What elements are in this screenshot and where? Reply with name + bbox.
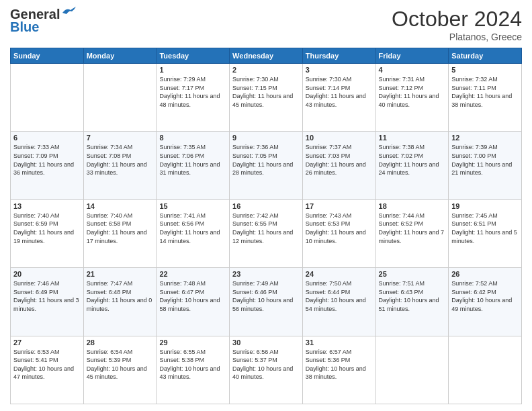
subtitle: Platanos, Greece bbox=[392, 32, 522, 42]
calendar-cell: 31Sunrise: 6:57 AM Sunset: 5:36 PM Dayli… bbox=[302, 336, 375, 404]
calendar-cell: 3Sunrise: 7:30 AM Sunset: 7:14 PM Daylig… bbox=[302, 64, 375, 132]
day-number: 31 bbox=[306, 338, 373, 347]
day-number: 23 bbox=[232, 270, 300, 278]
day-number: 16 bbox=[232, 202, 300, 210]
day-info: Sunrise: 7:47 AM Sunset: 6:48 PM Dayligh… bbox=[87, 279, 154, 313]
day-info: Sunrise: 7:38 AM Sunset: 7:02 PM Dayligh… bbox=[379, 143, 446, 177]
day-number: 8 bbox=[159, 134, 226, 142]
calendar-cell: 29Sunrise: 6:55 AM Sunset: 5:38 PM Dayli… bbox=[157, 336, 230, 404]
page-header: General Blue October 2024 Platanos, Gree… bbox=[10, 7, 522, 42]
calendar-cell: 15Sunrise: 7:41 AM Sunset: 6:56 PM Dayli… bbox=[157, 199, 230, 267]
day-number: 19 bbox=[451, 202, 519, 210]
day-number: 26 bbox=[451, 270, 519, 278]
day-info: Sunrise: 7:40 AM Sunset: 6:59 PM Dayligh… bbox=[13, 212, 81, 245]
calendar-cell: 20Sunrise: 7:46 AM Sunset: 6:49 PM Dayli… bbox=[11, 268, 84, 336]
day-info: Sunrise: 6:56 AM Sunset: 5:37 PM Dayligh… bbox=[232, 348, 300, 381]
calendar-cell: 9Sunrise: 7:36 AM Sunset: 7:05 PM Daylig… bbox=[230, 132, 303, 199]
day-info: Sunrise: 7:41 AM Sunset: 6:56 PM Dayligh… bbox=[159, 212, 226, 245]
calendar-cell: 18Sunrise: 7:44 AM Sunset: 6:52 PM Dayli… bbox=[375, 199, 449, 267]
day-info: Sunrise: 7:30 AM Sunset: 7:15 PM Dayligh… bbox=[232, 75, 300, 109]
day-info: Sunrise: 7:36 AM Sunset: 7:05 PM Dayligh… bbox=[232, 143, 300, 177]
col-thursday: Thursday bbox=[302, 48, 375, 64]
col-tuesday: Tuesday bbox=[157, 48, 230, 64]
day-info: Sunrise: 7:32 AM Sunset: 7:11 PM Dayligh… bbox=[451, 75, 519, 109]
calendar-cell: 23Sunrise: 7:49 AM Sunset: 6:46 PM Dayli… bbox=[230, 268, 303, 336]
day-number: 9 bbox=[232, 134, 300, 142]
calendar-cell bbox=[375, 336, 449, 404]
calendar-cell: 6Sunrise: 7:33 AM Sunset: 7:09 PM Daylig… bbox=[11, 132, 84, 199]
day-info: Sunrise: 7:45 AM Sunset: 6:51 PM Dayligh… bbox=[451, 212, 519, 245]
day-number: 10 bbox=[306, 134, 373, 142]
day-number: 25 bbox=[379, 270, 446, 278]
day-number: 28 bbox=[87, 338, 154, 347]
day-info: Sunrise: 6:55 AM Sunset: 5:38 PM Dayligh… bbox=[159, 348, 226, 381]
day-number: 4 bbox=[379, 66, 446, 74]
day-info: Sunrise: 7:31 AM Sunset: 7:12 PM Dayligh… bbox=[379, 75, 446, 109]
day-info: Sunrise: 7:33 AM Sunset: 7:09 PM Dayligh… bbox=[13, 143, 81, 177]
day-number: 17 bbox=[306, 202, 373, 210]
col-sunday: Sunday bbox=[11, 48, 84, 64]
col-monday: Monday bbox=[83, 48, 157, 64]
day-number: 5 bbox=[451, 66, 519, 74]
day-info: Sunrise: 7:50 AM Sunset: 6:44 PM Dayligh… bbox=[306, 279, 373, 313]
day-info: Sunrise: 6:57 AM Sunset: 5:36 PM Dayligh… bbox=[306, 348, 373, 381]
logo-blue: Blue bbox=[10, 19, 39, 35]
day-number: 7 bbox=[87, 134, 154, 142]
calendar-cell: 19Sunrise: 7:45 AM Sunset: 6:51 PM Dayli… bbox=[449, 199, 522, 267]
day-info: Sunrise: 6:54 AM Sunset: 5:39 PM Dayligh… bbox=[87, 348, 154, 381]
day-number: 24 bbox=[306, 270, 373, 278]
day-info: Sunrise: 7:35 AM Sunset: 7:06 PM Dayligh… bbox=[159, 143, 226, 177]
day-number: 11 bbox=[379, 134, 446, 142]
day-number: 30 bbox=[232, 338, 300, 347]
calendar-cell: 7Sunrise: 7:34 AM Sunset: 7:08 PM Daylig… bbox=[83, 132, 157, 199]
logo: General Blue bbox=[10, 7, 76, 35]
month-title: October 2024 bbox=[392, 7, 522, 32]
calendar-cell: 28Sunrise: 6:54 AM Sunset: 5:39 PM Dayli… bbox=[83, 336, 157, 404]
col-friday: Friday bbox=[375, 48, 449, 64]
calendar-cell: 1Sunrise: 7:29 AM Sunset: 7:17 PM Daylig… bbox=[157, 64, 230, 132]
day-number: 22 bbox=[159, 270, 226, 278]
day-info: Sunrise: 7:49 AM Sunset: 6:46 PM Dayligh… bbox=[232, 279, 300, 313]
day-info: Sunrise: 7:43 AM Sunset: 6:53 PM Dayligh… bbox=[306, 212, 373, 245]
day-number: 29 bbox=[159, 338, 226, 347]
day-number: 1 bbox=[159, 66, 226, 74]
col-wednesday: Wednesday bbox=[230, 48, 303, 64]
calendar-cell: 10Sunrise: 7:37 AM Sunset: 7:03 PM Dayli… bbox=[302, 132, 375, 199]
day-number: 20 bbox=[13, 270, 81, 278]
calendar-cell: 21Sunrise: 7:47 AM Sunset: 6:48 PM Dayli… bbox=[83, 268, 157, 336]
calendar-cell: 11Sunrise: 7:38 AM Sunset: 7:02 PM Dayli… bbox=[375, 132, 449, 199]
day-info: Sunrise: 7:42 AM Sunset: 6:55 PM Dayligh… bbox=[232, 212, 300, 245]
day-info: Sunrise: 7:52 AM Sunset: 6:42 PM Dayligh… bbox=[451, 279, 519, 313]
logo-bird-icon bbox=[61, 6, 76, 18]
day-info: Sunrise: 7:34 AM Sunset: 7:08 PM Dayligh… bbox=[87, 143, 154, 177]
col-saturday: Saturday bbox=[449, 48, 522, 64]
day-info: Sunrise: 6:53 AM Sunset: 5:41 PM Dayligh… bbox=[13, 348, 81, 381]
day-number: 18 bbox=[379, 202, 446, 210]
calendar-cell: 5Sunrise: 7:32 AM Sunset: 7:11 PM Daylig… bbox=[449, 64, 522, 132]
calendar-cell: 2Sunrise: 7:30 AM Sunset: 7:15 PM Daylig… bbox=[230, 64, 303, 132]
day-info: Sunrise: 7:48 AM Sunset: 6:47 PM Dayligh… bbox=[159, 279, 226, 313]
calendar-cell: 22Sunrise: 7:48 AM Sunset: 6:47 PM Dayli… bbox=[157, 268, 230, 336]
calendar-header-row: Sunday Monday Tuesday Wednesday Thursday… bbox=[11, 48, 522, 64]
calendar-cell: 14Sunrise: 7:40 AM Sunset: 6:58 PM Dayli… bbox=[83, 199, 157, 267]
calendar-cell bbox=[11, 64, 84, 132]
calendar-cell: 8Sunrise: 7:35 AM Sunset: 7:06 PM Daylig… bbox=[157, 132, 230, 199]
calendar-table: Sunday Monday Tuesday Wednesday Thursday… bbox=[10, 48, 522, 404]
day-info: Sunrise: 7:40 AM Sunset: 6:58 PM Dayligh… bbox=[87, 212, 154, 245]
day-info: Sunrise: 7:30 AM Sunset: 7:14 PM Dayligh… bbox=[306, 75, 373, 109]
day-number: 2 bbox=[232, 66, 300, 74]
day-number: 12 bbox=[451, 134, 519, 142]
calendar-cell: 24Sunrise: 7:50 AM Sunset: 6:44 PM Dayli… bbox=[302, 268, 375, 336]
day-info: Sunrise: 7:37 AM Sunset: 7:03 PM Dayligh… bbox=[306, 143, 373, 177]
calendar-cell bbox=[83, 64, 157, 132]
calendar-cell: 16Sunrise: 7:42 AM Sunset: 6:55 PM Dayli… bbox=[230, 199, 303, 267]
title-section: October 2024 Platanos, Greece bbox=[392, 7, 522, 42]
day-info: Sunrise: 7:51 AM Sunset: 6:43 PM Dayligh… bbox=[379, 279, 446, 313]
calendar-cell: 4Sunrise: 7:31 AM Sunset: 7:12 PM Daylig… bbox=[375, 64, 449, 132]
day-number: 13 bbox=[13, 202, 81, 210]
calendar-cell: 12Sunrise: 7:39 AM Sunset: 7:00 PM Dayli… bbox=[449, 132, 522, 199]
day-number: 21 bbox=[87, 270, 154, 278]
calendar-cell: 30Sunrise: 6:56 AM Sunset: 5:37 PM Dayli… bbox=[230, 336, 303, 404]
calendar-cell: 13Sunrise: 7:40 AM Sunset: 6:59 PM Dayli… bbox=[11, 199, 84, 267]
calendar-cell: 27Sunrise: 6:53 AM Sunset: 5:41 PM Dayli… bbox=[11, 336, 84, 404]
